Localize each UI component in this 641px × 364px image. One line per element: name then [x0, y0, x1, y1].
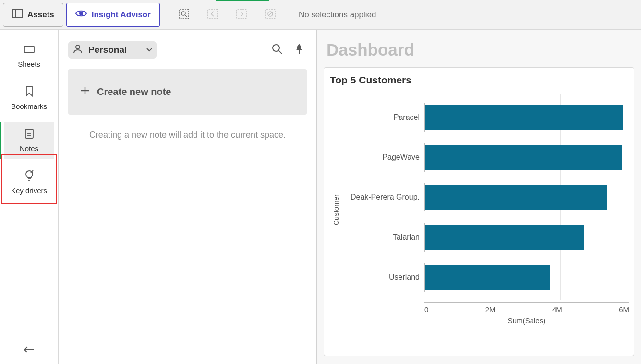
- eye-icon: [75, 9, 87, 20]
- svg-rect-25: [299, 50, 300, 54]
- step-forward-icon[interactable]: [233, 6, 250, 24]
- dashboard-title: Dashboard: [324, 37, 634, 59]
- assets-button[interactable]: Assets: [3, 3, 63, 27]
- chart-y-axis-label: Customer: [329, 94, 343, 325]
- sidebar-item-label: Bookmarks: [11, 102, 47, 110]
- chart-bar-row: Userland: [343, 260, 629, 294]
- top-toolbar: Assets Insight Advisor No selections app…: [0, 0, 641, 30]
- svg-rect-7: [237, 9, 246, 19]
- chart-bar[interactable]: [425, 105, 623, 130]
- pin-icon[interactable]: [291, 41, 307, 59]
- key-drivers-icon: [24, 170, 35, 183]
- chart-category-label: PageWave: [343, 153, 424, 162]
- svg-rect-0: [12, 10, 22, 17]
- sheet-icon: [24, 45, 35, 56]
- create-note-button[interactable]: Create new note: [68, 69, 307, 115]
- accent-strip: [216, 0, 269, 1]
- selection-toolbar: No selections applied: [167, 0, 376, 29]
- svg-point-4: [181, 12, 185, 15]
- chart-title: Top 5 Customers: [329, 74, 629, 86]
- scope-dropdown[interactable]: Personal: [68, 41, 157, 59]
- chart-x-tick: 4M: [552, 305, 562, 314]
- svg-line-5: [185, 15, 187, 17]
- create-note-label: Create new note: [97, 86, 171, 97]
- svg-line-10: [268, 12, 272, 16]
- chart-bar-row: PageWave: [343, 140, 629, 175]
- chart-bar[interactable]: [425, 265, 550, 290]
- bookmark-icon: [24, 85, 34, 98]
- chart-category-label: Deak-Perera Group.: [343, 193, 424, 201]
- sidebar-item-notes[interactable]: Notes: [4, 122, 54, 159]
- sidebar-item-label: Sheets: [18, 60, 40, 68]
- chart-x-tick: 0: [424, 305, 428, 314]
- no-selections-text: No selections applied: [299, 10, 376, 20]
- chart-bar-row: Talarian: [343, 220, 629, 255]
- chart-x-ticks: 02M4M6M: [424, 302, 629, 315]
- smart-search-icon[interactable]: [176, 6, 192, 24]
- panel-icon: [12, 9, 23, 20]
- sidebar-item-bookmarks[interactable]: Bookmarks: [0, 80, 58, 117]
- person-icon: [72, 43, 84, 57]
- chart-top5-customers[interactable]: Top 5 Customers Customer ParacelPageWave…: [324, 67, 634, 356]
- app-sidebar: Sheets Bookmarks Notes Key drivers: [0, 30, 59, 364]
- dashboard-panel: Dashboard Top 5 Customers Customer Parac…: [317, 30, 641, 364]
- chart-bar-row: Paracel: [343, 100, 629, 135]
- collapse-sidebar-button[interactable]: [0, 345, 58, 354]
- chart-x-tick: 6M: [619, 305, 629, 314]
- chevron-down-icon: [146, 46, 153, 54]
- plus-icon: [80, 85, 90, 98]
- svg-point-22: [76, 45, 80, 49]
- notes-header: Personal: [68, 40, 307, 59]
- insight-label: Insight Advisor: [92, 10, 151, 20]
- assets-label: Assets: [27, 10, 54, 20]
- svg-rect-6: [208, 9, 218, 19]
- clear-selections-icon[interactable]: [262, 6, 278, 24]
- notes-panel: Personal Create new note Creating a new …: [59, 30, 317, 364]
- svg-point-23: [273, 45, 279, 51]
- chart-bars-area: ParacelPageWaveDeak-Perera Group.Talaria…: [343, 94, 629, 300]
- chart-bar[interactable]: [425, 225, 584, 250]
- svg-rect-11: [24, 46, 34, 53]
- svg-line-24: [278, 50, 282, 54]
- sidebar-item-sheets[interactable]: Sheets: [0, 39, 58, 75]
- step-back-icon[interactable]: [205, 6, 221, 24]
- chart-x-tick: 2M: [485, 305, 496, 314]
- sidebar-item-label: Key drivers: [11, 187, 47, 195]
- search-icon[interactable]: [268, 40, 286, 59]
- sidebar-item-label: Notes: [20, 144, 38, 153]
- scope-label: Personal: [88, 45, 127, 55]
- chart-bar[interactable]: [425, 145, 622, 170]
- svg-rect-13: [25, 129, 33, 138]
- sidebar-item-keydrivers[interactable]: Key drivers: [0, 164, 58, 201]
- chart-category-label: Paracel: [343, 113, 424, 122]
- notes-hint-text: Creating a new note will add it to the c…: [68, 130, 307, 140]
- svg-rect-3: [179, 9, 189, 19]
- chart-bar-row: Deak-Perera Group.: [343, 180, 629, 214]
- notes-icon: [24, 128, 35, 141]
- chart-bar[interactable]: [425, 185, 607, 210]
- svg-point-2: [80, 12, 83, 15]
- chart-x-axis-label: Sum(Sales): [343, 317, 629, 325]
- chart-category-label: Userland: [343, 273, 424, 282]
- chart-category-label: Talarian: [343, 233, 424, 242]
- insight-advisor-button[interactable]: Insight Advisor: [66, 3, 160, 27]
